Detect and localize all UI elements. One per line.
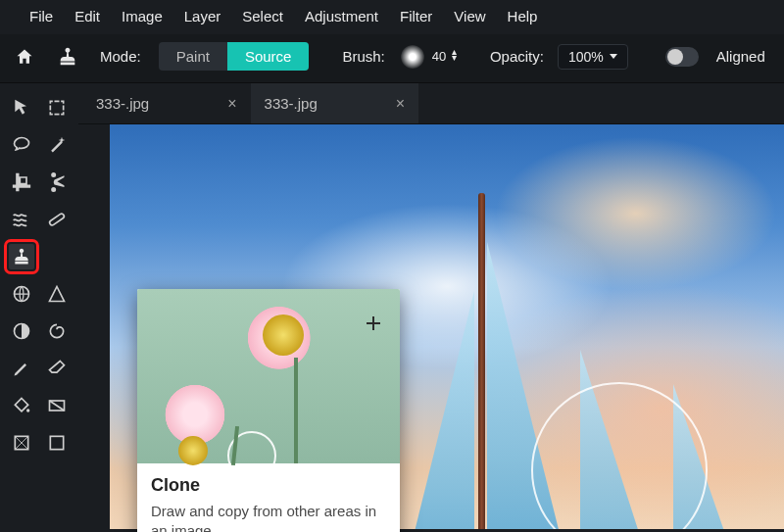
bandage-icon [47,210,67,229]
tool-marquee[interactable] [44,95,70,121]
tool-draw[interactable] [9,356,34,381]
tooltip-description: Draw and copy from other areas in an ima… [151,502,386,532]
tool-move[interactable] [9,95,34,121]
contrast-icon [12,321,31,341]
tool-sharpen[interactable] [44,281,70,307]
pencil-icon [12,359,31,378]
crop-icon [12,172,31,192]
pointer-icon [12,98,31,118]
gradient-icon [47,396,67,415]
document-tab-bar: 333-.jpg × 333-.jpg × [78,83,784,124]
globe-icon [12,284,31,304]
tool-pixelate[interactable] [9,281,34,307]
brush-label: Brush: [342,48,384,65]
menu-edit[interactable]: Edit [74,8,100,24]
close-tab-icon[interactable]: × [227,95,236,113]
tool-heal[interactable] [44,207,70,232]
scissors-icon [47,172,67,192]
menu-layer[interactable]: Layer [184,8,221,24]
lasso-icon [12,135,31,155]
brush-size-stepper[interactable]: 40 ▴▾ [432,49,457,64]
tooltip-title: Clone [151,475,386,496]
triangle-icon [47,284,67,304]
eraser-icon [47,359,67,378]
menu-adjustment[interactable]: Adjustment [305,8,378,24]
home-icon [15,47,34,67]
tool-lasso[interactable] [9,132,34,158]
tool-wand[interactable] [44,132,70,158]
current-tool-indicator [53,44,82,70]
menu-file[interactable]: File [29,8,53,24]
option-bar: Mode: Paint Source Brush: 40 ▴▾ Opacity:… [0,34,784,83]
tool-cut[interactable] [44,169,70,195]
tool-frame[interactable] [44,430,70,456]
image-mast [478,193,485,529]
wave-icon [12,210,31,229]
menu-view[interactable]: View [454,8,485,24]
tool-shape[interactable] [9,430,34,456]
marquee-icon [47,98,67,118]
aligned-toggle[interactable] [665,47,699,67]
tool-fill[interactable] [9,393,34,418]
tool-palette [0,83,78,529]
toggle-knob [667,49,683,65]
tab-label: 333-.jpg [96,95,149,112]
mode-label: Mode: [100,48,141,65]
main-area: 333-.jpg × 333-.jpg × [0,83,784,529]
document-tab-1[interactable]: 333-.jpg × [82,83,251,123]
tool-sponge[interactable] [44,318,70,344]
opacity-label: Opacity: [490,48,544,65]
close-tab-icon[interactable]: × [396,95,405,113]
brush-preview[interactable] [401,45,424,69]
mode-paint-button[interactable]: Paint [159,42,227,71]
tool-eraser[interactable] [44,356,70,381]
tool-gradient[interactable] [44,393,70,418]
home-button[interactable] [10,44,39,70]
svg-point-3 [26,409,29,411]
stepper-arrows-icon: ▴▾ [452,49,457,61]
menu-help[interactable]: Help [508,8,538,24]
svg-rect-0 [49,213,66,226]
tool-crop[interactable] [9,169,34,195]
tab-label: 333-.jpg [265,95,318,112]
brush-cursor-outline [531,382,708,529]
menu-filter[interactable]: Filter [400,8,432,24]
menu-image[interactable]: Image [122,8,163,24]
tool-adjust[interactable] [9,318,34,344]
image-sail [394,291,474,529]
opacity-dropdown[interactable]: 100% [558,44,628,70]
wand-icon [47,135,67,155]
frame-icon [47,433,67,453]
tooltip-thumbnail [137,289,400,463]
tool-clone[interactable] [9,244,34,269]
document-tab-2[interactable]: 333-.jpg × [251,83,419,123]
swirl-icon [47,321,67,341]
shape-icon [12,433,31,453]
bucket-icon [12,396,31,415]
menu-bar: File Edit Image Layer Select Adjustment … [0,0,784,34]
svg-rect-6 [50,436,63,449]
mode-source-button[interactable]: Source [227,42,310,71]
mode-toggle-group: Paint Source [159,42,310,71]
chevron-down-icon [610,54,617,59]
clone-stamp-icon [12,247,31,266]
aligned-label: Aligned [716,48,765,65]
brush-size-value: 40 [432,49,446,64]
clone-stamp-icon [57,46,78,68]
work-area: 333-.jpg × 333-.jpg × [78,83,784,529]
tool-liquify[interactable] [9,207,34,232]
tool-tooltip-card: Clone Draw and copy from other areas in … [137,289,400,532]
clone-source-crosshair-icon [367,316,380,330]
menu-select[interactable]: Select [242,8,283,24]
opacity-value: 100% [568,49,604,65]
